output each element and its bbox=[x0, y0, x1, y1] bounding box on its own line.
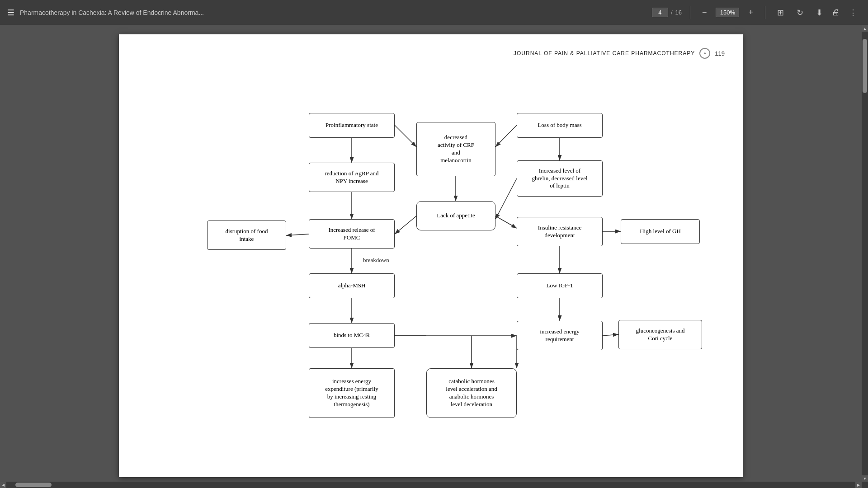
journal-page-number: 119 bbox=[715, 50, 725, 57]
decreased-crf-box: decreasedactivity of CRFandmelanocortin bbox=[416, 122, 495, 176]
document-title: Pharmacotherapy in Cachexia: A Review of… bbox=[20, 9, 646, 16]
catabolic-hormones-box: catabolic hormoneslevel acceleration and… bbox=[426, 368, 517, 418]
journal-title: JOURNAL OF PAIN & PALLIATIVE CARE PHARMA… bbox=[514, 50, 695, 56]
loss-body-mass-box: Loss of body mass bbox=[517, 113, 603, 138]
svg-line-7 bbox=[495, 178, 517, 219]
scroll-down-arrow[interactable]: ▼ bbox=[862, 475, 868, 482]
diagram: Proinflammatory state decreasedactivity … bbox=[137, 68, 725, 438]
divider-2 bbox=[765, 6, 765, 19]
disruption-food-box: disruption of foodintake bbox=[207, 221, 286, 250]
download-button[interactable]: ⬇ bbox=[812, 6, 826, 19]
increased-energy-box: increased energyrequirement bbox=[517, 321, 603, 350]
menu-icon[interactable]: ☰ bbox=[7, 8, 14, 18]
more-options-button[interactable]: ⋮ bbox=[845, 6, 861, 19]
toolbar: ☰ Pharmacotherapy in Cachexia: A Review … bbox=[0, 0, 868, 25]
svg-line-12 bbox=[286, 234, 309, 235]
svg-line-4 bbox=[495, 125, 517, 147]
scroll-right-arrow[interactable]: ▶ bbox=[855, 482, 862, 488]
svg-line-9 bbox=[495, 216, 517, 228]
zoom-decrease-button[interactable]: − bbox=[698, 6, 711, 19]
increases-energy-exp-box: increases energyexpenditure (primarilyby… bbox=[309, 368, 395, 418]
h-scroll-thumb[interactable] bbox=[15, 483, 52, 487]
gluconeogenesis-box: gluconeogenesis andCori cycle bbox=[618, 320, 702, 349]
page-separator: / bbox=[671, 9, 673, 16]
page-controls: / 16 bbox=[652, 8, 682, 17]
main-area: JOURNAL OF PAIN & PALLIATIVE CARE PHARMA… bbox=[0, 25, 868, 488]
page-content: JOURNAL OF PAIN & PALLIATIVE CARE PHARMA… bbox=[119, 34, 743, 477]
vertical-scrollbar[interactable]: ▲ ▼ bbox=[862, 25, 868, 488]
increased-release-pomc-box: Increased release ofPOMC bbox=[309, 219, 395, 249]
binds-mc4r-box: binds to MC4R bbox=[309, 323, 395, 348]
print-button[interactable]: 🖨 bbox=[828, 6, 844, 19]
toolbar-right: ⬇ 🖨 ⋮ bbox=[812, 6, 861, 19]
scroll-left-arrow[interactable]: ◀ bbox=[0, 482, 6, 488]
horizontal-scrollbar[interactable]: ◀ ▶ bbox=[0, 482, 862, 488]
proinflammatory-box: Proinflammatory state bbox=[309, 113, 395, 138]
increased-ghrelin-box: Increased level ofghrelin, decreased lev… bbox=[517, 160, 603, 197]
low-igf-box: Low IGF-1 bbox=[517, 273, 603, 298]
scroll-up-arrow[interactable]: ▲ bbox=[862, 25, 868, 32]
reduction-agrp-box: reduction of AgRP andNPY increase bbox=[309, 163, 395, 192]
breakdown-label: breakdown bbox=[363, 257, 389, 264]
lack-appetite-box: Lack of appetite bbox=[416, 201, 495, 230]
page-total: 16 bbox=[675, 9, 682, 16]
zoom-increase-button[interactable]: + bbox=[745, 6, 757, 19]
svg-line-8 bbox=[395, 216, 416, 234]
insuline-resistance-box: Insuline resistancedevelopment bbox=[517, 217, 603, 246]
scroll-thumb[interactable] bbox=[863, 39, 867, 93]
journal-header: JOURNAL OF PAIN & PALLIATIVE CARE PHARMA… bbox=[137, 43, 725, 68]
alpha-msh-box: alpha-MSH bbox=[309, 273, 395, 298]
fit-page-button[interactable]: ⊞ bbox=[774, 6, 788, 19]
svg-line-2 bbox=[395, 125, 416, 147]
high-gh-box: High level of GH bbox=[621, 219, 700, 244]
journal-logo-icon: ● bbox=[699, 48, 710, 59]
rotate-button[interactable]: ↻ bbox=[793, 6, 807, 19]
divider-1 bbox=[690, 6, 690, 19]
zoom-input[interactable] bbox=[716, 8, 739, 17]
page-number-input[interactable] bbox=[652, 8, 668, 17]
pdf-viewer[interactable]: JOURNAL OF PAIN & PALLIATIVE CARE PHARMA… bbox=[0, 25, 862, 488]
svg-line-17 bbox=[603, 334, 618, 336]
